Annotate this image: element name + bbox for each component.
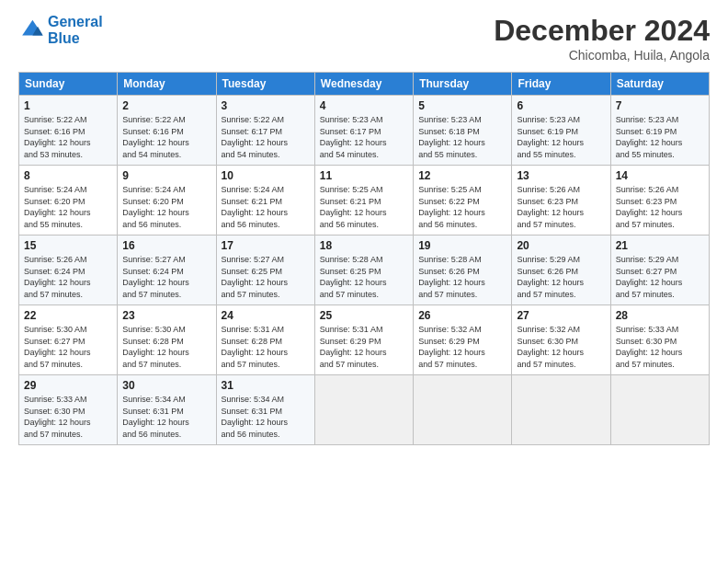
logo: General Blue [18, 14, 103, 47]
calendar-cell: 24Sunrise: 5:31 AM Sunset: 6:28 PM Dayli… [216, 305, 314, 375]
calendar-cell [314, 375, 413, 445]
day-number: 16 [122, 239, 210, 252]
day-info: Sunrise: 5:34 AM Sunset: 6:31 PM Dayligh… [222, 394, 310, 440]
day-number: 21 [616, 239, 704, 252]
day-number: 8 [24, 169, 112, 182]
day-info: Sunrise: 5:34 AM Sunset: 6:31 PM Dayligh… [122, 394, 210, 440]
header-cell-sunday: Sunday [19, 73, 118, 96]
day-number: 4 [320, 99, 408, 112]
calendar-cell: 5Sunrise: 5:23 AM Sunset: 6:18 PM Daylig… [414, 96, 512, 166]
calendar-cell: 30Sunrise: 5:34 AM Sunset: 6:31 PM Dayli… [118, 375, 216, 445]
day-info: Sunrise: 5:23 AM Sunset: 6:19 PM Dayligh… [517, 114, 605, 160]
header-cell-tuesday: Tuesday [216, 73, 314, 96]
header-row: SundayMondayTuesdayWednesdayThursdayFrid… [19, 73, 710, 96]
calendar-cell: 8Sunrise: 5:24 AM Sunset: 6:20 PM Daylig… [19, 166, 118, 236]
calendar-cell: 11Sunrise: 5:25 AM Sunset: 6:21 PM Dayli… [314, 166, 413, 236]
day-info: Sunrise: 5:31 AM Sunset: 6:29 PM Dayligh… [320, 324, 408, 370]
day-number: 17 [222, 239, 310, 252]
day-info: Sunrise: 5:29 AM Sunset: 6:26 PM Dayligh… [517, 254, 605, 300]
day-info: Sunrise: 5:23 AM Sunset: 6:17 PM Dayligh… [320, 114, 408, 160]
day-info: Sunrise: 5:23 AM Sunset: 6:19 PM Dayligh… [616, 114, 704, 160]
header-cell-monday: Monday [118, 73, 216, 96]
day-number: 20 [517, 239, 605, 252]
header-cell-thursday: Thursday [414, 73, 512, 96]
calendar-cell [610, 375, 709, 445]
page: General Blue December 2024 Chicomba, Hui… [0, 0, 728, 563]
day-number: 6 [517, 99, 605, 112]
day-info: Sunrise: 5:32 AM Sunset: 6:30 PM Dayligh… [517, 324, 605, 370]
day-number: 14 [616, 169, 704, 182]
day-number: 25 [320, 309, 408, 322]
calendar-cell: 2Sunrise: 5:22 AM Sunset: 6:16 PM Daylig… [118, 96, 216, 166]
day-info: Sunrise: 5:28 AM Sunset: 6:25 PM Dayligh… [320, 254, 408, 300]
calendar-cell: 28Sunrise: 5:33 AM Sunset: 6:30 PM Dayli… [610, 305, 709, 375]
day-info: Sunrise: 5:27 AM Sunset: 6:24 PM Dayligh… [122, 254, 210, 300]
month-title: December 2024 [494, 14, 710, 48]
day-info: Sunrise: 5:23 AM Sunset: 6:18 PM Dayligh… [418, 114, 506, 160]
day-info: Sunrise: 5:27 AM Sunset: 6:25 PM Dayligh… [222, 254, 310, 300]
calendar-cell: 18Sunrise: 5:28 AM Sunset: 6:25 PM Dayli… [314, 236, 413, 305]
day-number: 10 [222, 169, 310, 182]
calendar-cell: 31Sunrise: 5:34 AM Sunset: 6:31 PM Dayli… [216, 375, 314, 445]
header-cell-saturday: Saturday [610, 73, 709, 96]
calendar-row-0: 1Sunrise: 5:22 AM Sunset: 6:16 PM Daylig… [19, 96, 710, 166]
calendar-cell: 26Sunrise: 5:32 AM Sunset: 6:29 PM Dayli… [414, 305, 512, 375]
day-number: 27 [517, 309, 605, 322]
title-block: December 2024 Chicomba, Huila, Angola [494, 14, 710, 63]
day-info: Sunrise: 5:24 AM Sunset: 6:20 PM Dayligh… [122, 184, 210, 230]
day-info: Sunrise: 5:24 AM Sunset: 6:20 PM Dayligh… [24, 184, 112, 230]
calendar-cell: 27Sunrise: 5:32 AM Sunset: 6:30 PM Dayli… [512, 305, 610, 375]
calendar-cell: 23Sunrise: 5:30 AM Sunset: 6:28 PM Dayli… [118, 305, 216, 375]
day-number: 29 [24, 379, 112, 392]
calendar-table: SundayMondayTuesdayWednesdayThursdayFrid… [18, 72, 710, 445]
calendar-cell: 15Sunrise: 5:26 AM Sunset: 6:24 PM Dayli… [19, 236, 118, 305]
day-info: Sunrise: 5:24 AM Sunset: 6:21 PM Dayligh… [222, 184, 310, 230]
calendar-row-2: 15Sunrise: 5:26 AM Sunset: 6:24 PM Dayli… [19, 236, 710, 305]
header-cell-wednesday: Wednesday [314, 73, 413, 96]
day-number: 15 [24, 239, 112, 252]
day-info: Sunrise: 5:22 AM Sunset: 6:17 PM Dayligh… [222, 114, 310, 160]
day-number: 3 [222, 99, 310, 112]
day-number: 5 [418, 99, 506, 112]
logo-text: General Blue [48, 14, 103, 47]
calendar-cell: 10Sunrise: 5:24 AM Sunset: 6:21 PM Dayli… [216, 166, 314, 236]
calendar-row-4: 29Sunrise: 5:33 AM Sunset: 6:30 PM Dayli… [19, 375, 710, 445]
calendar-cell: 16Sunrise: 5:27 AM Sunset: 6:24 PM Dayli… [118, 236, 216, 305]
day-number: 12 [418, 169, 506, 182]
calendar-cell [512, 375, 610, 445]
calendar-cell: 25Sunrise: 5:31 AM Sunset: 6:29 PM Dayli… [314, 305, 413, 375]
calendar-cell: 3Sunrise: 5:22 AM Sunset: 6:17 PM Daylig… [216, 96, 314, 166]
calendar-cell: 7Sunrise: 5:23 AM Sunset: 6:19 PM Daylig… [610, 96, 709, 166]
calendar-cell: 21Sunrise: 5:29 AM Sunset: 6:27 PM Dayli… [610, 236, 709, 305]
calendar-cell: 19Sunrise: 5:28 AM Sunset: 6:26 PM Dayli… [414, 236, 512, 305]
calendar-cell: 6Sunrise: 5:23 AM Sunset: 6:19 PM Daylig… [512, 96, 610, 166]
calendar-cell: 13Sunrise: 5:26 AM Sunset: 6:23 PM Dayli… [512, 166, 610, 236]
day-number: 9 [122, 169, 210, 182]
calendar-cell: 1Sunrise: 5:22 AM Sunset: 6:16 PM Daylig… [19, 96, 118, 166]
day-info: Sunrise: 5:25 AM Sunset: 6:22 PM Dayligh… [418, 184, 506, 230]
day-info: Sunrise: 5:30 AM Sunset: 6:28 PM Dayligh… [122, 324, 210, 370]
calendar-header: SundayMondayTuesdayWednesdayThursdayFrid… [19, 73, 710, 96]
calendar-cell: 22Sunrise: 5:30 AM Sunset: 6:27 PM Dayli… [19, 305, 118, 375]
day-number: 24 [222, 309, 310, 322]
calendar-body: 1Sunrise: 5:22 AM Sunset: 6:16 PM Daylig… [19, 96, 710, 445]
day-info: Sunrise: 5:26 AM Sunset: 6:23 PM Dayligh… [517, 184, 605, 230]
day-info: Sunrise: 5:28 AM Sunset: 6:26 PM Dayligh… [418, 254, 506, 300]
day-info: Sunrise: 5:26 AM Sunset: 6:24 PM Dayligh… [24, 254, 112, 300]
day-number: 7 [616, 99, 704, 112]
calendar-cell: 14Sunrise: 5:26 AM Sunset: 6:23 PM Dayli… [610, 166, 709, 236]
subtitle: Chicomba, Huila, Angola [494, 48, 710, 63]
calendar-cell: 29Sunrise: 5:33 AM Sunset: 6:30 PM Dayli… [19, 375, 118, 445]
calendar-cell: 17Sunrise: 5:27 AM Sunset: 6:25 PM Dayli… [216, 236, 314, 305]
calendar-cell: 12Sunrise: 5:25 AM Sunset: 6:22 PM Dayli… [414, 166, 512, 236]
day-number: 28 [616, 309, 704, 322]
day-info: Sunrise: 5:25 AM Sunset: 6:21 PM Dayligh… [320, 184, 408, 230]
day-info: Sunrise: 5:30 AM Sunset: 6:27 PM Dayligh… [24, 324, 112, 370]
day-number: 22 [24, 309, 112, 322]
day-number: 19 [418, 239, 506, 252]
day-number: 23 [122, 309, 210, 322]
day-number: 31 [222, 379, 310, 392]
day-info: Sunrise: 5:32 AM Sunset: 6:29 PM Dayligh… [418, 324, 506, 370]
day-info: Sunrise: 5:22 AM Sunset: 6:16 PM Dayligh… [122, 114, 210, 160]
calendar-cell [414, 375, 512, 445]
